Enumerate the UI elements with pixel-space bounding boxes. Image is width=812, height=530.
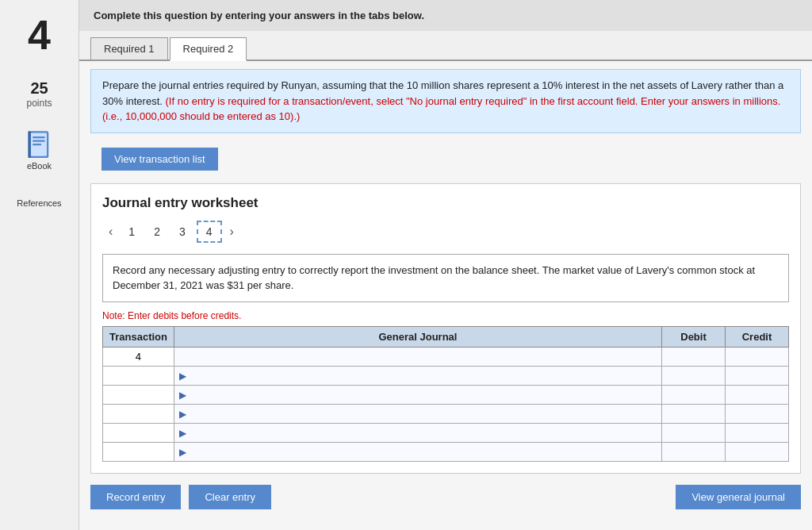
clear-entry-button[interactable]: Clear entry <box>189 485 271 509</box>
pagination: ‹ 1 2 3 4 › <box>102 221 789 243</box>
transaction-cell <box>103 366 174 385</box>
col-header-credit: Credit <box>726 326 789 347</box>
table-row: ▶ <box>103 423 789 442</box>
svg-rect-3 <box>33 140 45 141</box>
main-content: Complete this question by entering your … <box>79 0 812 530</box>
record-entry-button[interactable]: Record entry <box>90 485 181 509</box>
points-number: 25 <box>30 79 48 98</box>
transaction-cell: 4 <box>103 347 174 366</box>
description-box: Prepare the journal entries required by … <box>90 69 801 133</box>
debit-cell[interactable] <box>662 404 726 423</box>
svg-rect-2 <box>33 136 45 138</box>
table-row: 4 <box>103 347 789 366</box>
page-3[interactable]: 3 <box>171 222 193 241</box>
view-general-journal-button[interactable]: View general journal <box>676 485 801 509</box>
next-page-arrow[interactable]: › <box>224 221 240 242</box>
general-journal-cell[interactable] <box>174 347 661 366</box>
instruction-bar: Complete this question by entering your … <box>79 0 812 31</box>
page-4[interactable]: 4 <box>197 221 222 243</box>
credit-cell[interactable] <box>726 366 789 385</box>
general-journal-cell[interactable]: ▶ <box>174 423 661 442</box>
general-journal-cell[interactable]: ▶ <box>174 366 661 385</box>
general-journal-cell[interactable]: ▶ <box>174 385 661 404</box>
svg-rect-4 <box>33 144 41 145</box>
credit-cell[interactable] <box>726 404 789 423</box>
general-journal-cell[interactable]: ▶ <box>174 442 661 461</box>
credit-cell[interactable] <box>726 423 789 442</box>
ebook-label: eBook <box>27 161 52 171</box>
col-header-general-journal: General Journal <box>174 326 661 347</box>
col-header-transaction: Transaction <box>103 326 174 347</box>
transaction-cell <box>103 423 174 442</box>
transaction-cell <box>103 442 174 461</box>
col-header-debit: Debit <box>662 326 726 347</box>
credit-cell[interactable] <box>726 442 789 461</box>
references-link[interactable]: References <box>17 185 61 208</box>
transaction-list-section: View transaction list <box>79 141 812 183</box>
worksheet-container: Journal entry worksheet ‹ 1 2 3 4 › Reco… <box>90 183 801 474</box>
debit-cell[interactable] <box>662 423 726 442</box>
table-row: ▶ <box>103 442 789 461</box>
credit-cell[interactable] <box>726 385 789 404</box>
debit-cell[interactable] <box>662 347 726 366</box>
general-journal-cell[interactable]: ▶ <box>174 404 661 423</box>
view-transaction-list-button[interactable]: View transaction list <box>102 148 218 171</box>
debit-cell[interactable] <box>662 442 726 461</box>
debit-cell[interactable] <box>662 385 726 404</box>
debit-cell[interactable] <box>662 366 726 385</box>
tabs-row: Required 1 Required 2 <box>79 31 812 61</box>
tab-required1[interactable]: Required 1 <box>90 37 168 60</box>
table-row: ▶ <box>103 366 789 385</box>
page-1[interactable]: 1 <box>121 222 143 241</box>
bottom-buttons: Record entry Clear entry View general jo… <box>79 485 812 520</box>
credit-cell[interactable] <box>726 347 789 366</box>
ebook-icon <box>25 131 54 159</box>
description-red: (If no entry is required for a transacti… <box>102 95 780 123</box>
references-label: References <box>17 198 61 208</box>
table-row: ▶ <box>103 404 789 423</box>
points-label: points <box>26 98 52 109</box>
journal-table: Transaction General Journal Debit Credit… <box>102 326 789 462</box>
svg-rect-5 <box>28 131 30 158</box>
prev-page-arrow[interactable]: ‹ <box>102 221 119 242</box>
question-number: 4 <box>28 14 51 56</box>
instruction-text: Complete this question by entering your … <box>94 10 424 21</box>
sidebar: 4 25 points eBook References <box>0 0 79 530</box>
transaction-cell <box>103 404 174 423</box>
table-row: ▶ <box>103 385 789 404</box>
note-text: Note: Enter debits before credits. <box>102 310 789 321</box>
page-2[interactable]: 2 <box>146 222 168 241</box>
worksheet-title: Journal entry worksheet <box>102 195 789 211</box>
ebook-link[interactable]: eBook <box>25 131 54 171</box>
transaction-cell <box>103 385 174 404</box>
entry-description: Record any necessary adjusting entry to … <box>102 254 789 302</box>
tab-required2[interactable]: Required 2 <box>170 37 247 61</box>
